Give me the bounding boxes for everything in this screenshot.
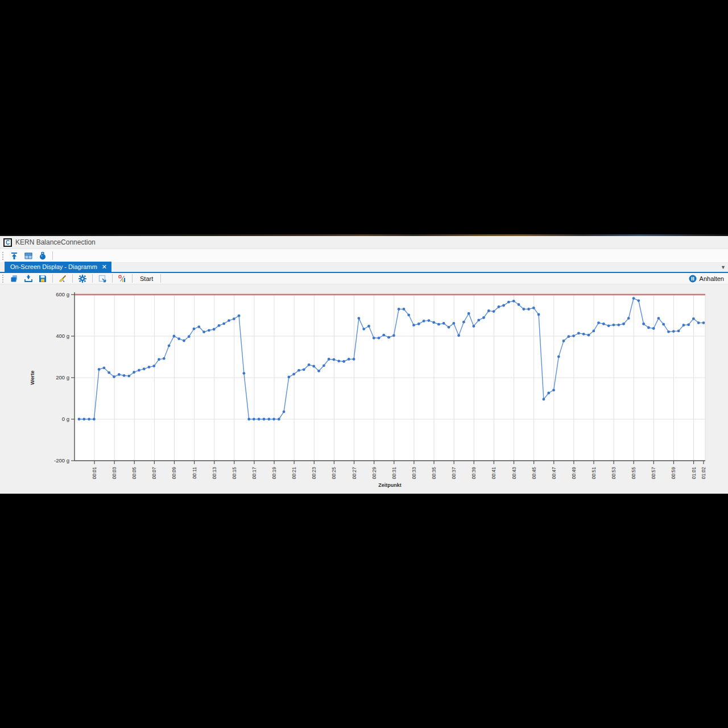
broom-icon bbox=[58, 274, 67, 283]
svg-text:00:41: 00:41 bbox=[491, 467, 497, 479]
svg-text:400 g: 400 g bbox=[56, 333, 69, 339]
import-button[interactable] bbox=[23, 274, 34, 284]
toolbar-separator bbox=[160, 274, 161, 283]
svg-text:00:13: 00:13 bbox=[212, 467, 217, 479]
svg-text:00:45: 00:45 bbox=[531, 467, 537, 479]
copy-icon bbox=[10, 274, 19, 283]
svg-text:00:43: 00:43 bbox=[511, 467, 517, 479]
svg-text:01:02: 01:02 bbox=[701, 467, 706, 479]
tab-close-icon[interactable]: ✕ bbox=[102, 264, 107, 270]
save-icon bbox=[38, 274, 47, 283]
svg-text:00:49: 00:49 bbox=[571, 467, 577, 479]
line-chart: 600 g400 g200 g0 g-200 g00:0100:0300:050… bbox=[0, 284, 728, 494]
x-axis-title: Zeitpunkt bbox=[378, 482, 402, 488]
svg-text:200 g: 200 g bbox=[56, 374, 69, 380]
export-snapshot-button[interactable] bbox=[97, 274, 108, 284]
toolbar-separator bbox=[52, 274, 53, 283]
statistics-icon bbox=[118, 274, 127, 283]
gear-icon bbox=[78, 274, 87, 283]
table-view-button[interactable] bbox=[23, 251, 34, 261]
tab-onscreen-display-diagramm[interactable]: On-Screen Display - Diagramm ✕ bbox=[5, 262, 111, 272]
export-icon bbox=[98, 274, 107, 283]
svg-text:00:33: 00:33 bbox=[411, 467, 417, 479]
device-upload-button[interactable] bbox=[9, 251, 20, 261]
svg-text:0 g: 0 g bbox=[62, 416, 69, 422]
toolbar-grip bbox=[2, 275, 5, 283]
svg-text:00:27: 00:27 bbox=[351, 467, 357, 479]
toolbar-grip bbox=[2, 252, 5, 260]
svg-text:00:01: 00:01 bbox=[92, 467, 97, 479]
svg-text:01:01: 01:01 bbox=[691, 467, 697, 479]
start-button[interactable]: Start bbox=[136, 274, 156, 283]
svg-text:00:37: 00:37 bbox=[451, 467, 457, 479]
svg-text:00:25: 00:25 bbox=[331, 467, 337, 479]
svg-text:00:19: 00:19 bbox=[271, 467, 277, 479]
pause-icon bbox=[689, 275, 697, 283]
svg-text:-200 g: -200 g bbox=[54, 457, 69, 464]
svg-text:00:51: 00:51 bbox=[591, 467, 597, 479]
tab-bar: On-Screen Display - Diagramm ✕ ▼ bbox=[0, 263, 728, 273]
app-logo-icon: C bbox=[3, 238, 12, 247]
svg-text:00:21: 00:21 bbox=[291, 467, 297, 479]
chart-area: 600 g400 g200 g0 g-200 g00:0100:0300:050… bbox=[0, 284, 728, 494]
svg-text:00:23: 00:23 bbox=[311, 467, 317, 479]
svg-text:00:47: 00:47 bbox=[551, 467, 557, 479]
svg-text:600 g: 600 g bbox=[56, 291, 69, 297]
svg-text:00:53: 00:53 bbox=[611, 467, 617, 479]
save-button[interactable] bbox=[37, 274, 48, 284]
toolbar-separator bbox=[92, 274, 93, 283]
y-axis-title: Werte bbox=[30, 371, 35, 385]
table-icon bbox=[24, 251, 33, 260]
y-axis-labels: 600 g400 g200 g0 g-200 g bbox=[54, 291, 75, 464]
svg-text:00:57: 00:57 bbox=[651, 467, 656, 479]
stop-button[interactable]: Anhalten bbox=[689, 275, 726, 283]
statistics-button[interactable] bbox=[117, 274, 128, 284]
svg-text:00:05: 00:05 bbox=[131, 467, 137, 479]
stop-button-label: Anhalten bbox=[700, 275, 724, 282]
tab-label: On-Screen Display - Diagramm bbox=[10, 263, 97, 270]
svg-text:00:03: 00:03 bbox=[111, 467, 117, 479]
svg-text:00:59: 00:59 bbox=[671, 467, 676, 479]
toolbar-separator bbox=[132, 274, 133, 283]
svg-text:00:15: 00:15 bbox=[231, 467, 237, 479]
svg-text:00:29: 00:29 bbox=[371, 467, 377, 479]
app-window: C KERN BalanceConnection bbox=[0, 234, 728, 494]
svg-text:00:09: 00:09 bbox=[171, 467, 177, 479]
copy-button[interactable] bbox=[9, 274, 20, 284]
toolbar-separator bbox=[112, 274, 113, 283]
svg-text:00:07: 00:07 bbox=[151, 467, 157, 479]
main-toolbar bbox=[0, 249, 728, 263]
clear-button[interactable] bbox=[57, 274, 68, 284]
settings-button[interactable] bbox=[77, 274, 88, 284]
upload-icon bbox=[10, 251, 19, 260]
svg-text:00:39: 00:39 bbox=[471, 467, 477, 479]
svg-text:00:55: 00:55 bbox=[631, 467, 636, 479]
desktop-background: C KERN BalanceConnection bbox=[0, 0, 728, 728]
window-title: KERN BalanceConnection bbox=[15, 238, 96, 246]
svg-text:00:31: 00:31 bbox=[391, 467, 397, 479]
title-bar: C KERN BalanceConnection bbox=[0, 236, 728, 249]
svg-text:00:11: 00:11 bbox=[192, 467, 197, 479]
toolbar-separator bbox=[72, 274, 73, 283]
x-axis-labels: 00:0100:0300:0500:0700:0900:1100:1300:15… bbox=[92, 461, 706, 479]
svg-text:00:35: 00:35 bbox=[431, 467, 437, 479]
svg-text:00:17: 00:17 bbox=[251, 467, 257, 479]
tab-list-dropdown-icon[interactable]: ▼ bbox=[721, 264, 726, 270]
chart-toolbar: Start Anhalten bbox=[0, 273, 728, 284]
toolbar-separator bbox=[52, 251, 53, 260]
weight-icon bbox=[38, 251, 47, 260]
import-icon bbox=[24, 274, 33, 283]
scale-weight-button[interactable] bbox=[37, 251, 48, 261]
